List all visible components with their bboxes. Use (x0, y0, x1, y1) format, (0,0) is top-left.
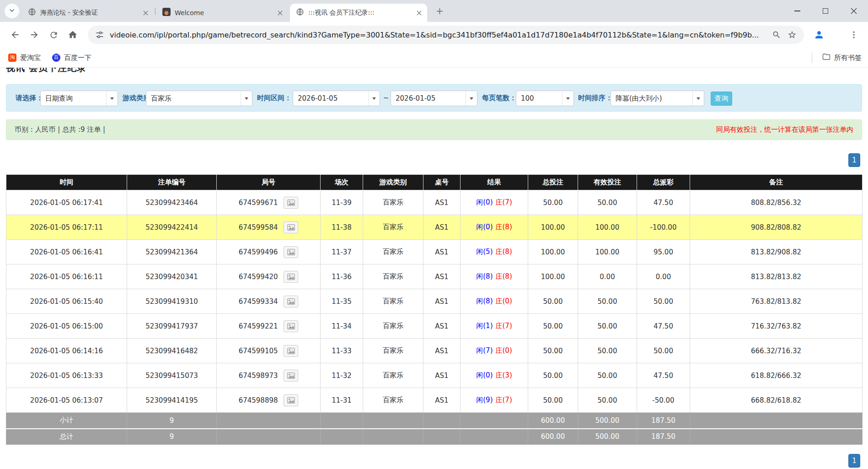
site-info-icon[interactable] (95, 30, 104, 39)
banker-result: 庄(8) (496, 223, 512, 231)
col-round: 局号 (217, 175, 321, 190)
photo-icon (287, 249, 295, 255)
remark-cell: 618.82/666.32 (690, 363, 863, 388)
record-preview-button[interactable] (284, 320, 298, 332)
currency-summary: 币别 : 人民币 | 总共 :9 注单 | (15, 125, 105, 134)
bookmark-label: 爱淘宝 (20, 54, 41, 62)
date-range-tilde: ~ (382, 94, 390, 102)
remark-cell: 666.32/716.32 (690, 339, 863, 363)
time-cell: 2026-01-05 06:13:07 (6, 388, 127, 413)
banker-result: 庄(0) (496, 297, 512, 305)
table-row: 2026-01-05 06:17:41 523099423464 6745996… (6, 190, 863, 215)
table-row: 2026-01-05 06:17:11 523099422414 6745995… (6, 215, 863, 240)
total-bet-cell[interactable]: 100.00 (528, 215, 578, 240)
browser-tab-1[interactable]: 海燕论坛 - 安全验证 (22, 4, 154, 22)
chevron-down-icon (9, 7, 15, 16)
bet-id-cell: 523099423464 (127, 190, 217, 215)
record-preview-button[interactable] (284, 345, 298, 357)
caret-down-icon (368, 91, 380, 106)
total-bet-cell[interactable]: 100.00 (528, 240, 578, 264)
close-window-button[interactable] (840, 0, 868, 22)
search-button[interactable]: 查询 (711, 92, 732, 106)
browser-tab-2[interactable]: Welcome (156, 4, 288, 22)
bet-id-cell: 523099417937 (127, 314, 217, 339)
bookmark-item-taobao[interactable]: 淘 爱淘宝 (5, 51, 44, 65)
player-result: 闲(1) (476, 322, 493, 330)
record-preview-button[interactable] (284, 370, 298, 382)
back-button[interactable] (6, 26, 24, 43)
game-type-cell: 百家乐 (363, 363, 423, 388)
table-no-cell: AS1 (423, 388, 461, 413)
minimize-button[interactable] (783, 0, 811, 22)
page-size-select[interactable]: 100 (516, 91, 574, 106)
page-button-1[interactable]: 1 (848, 454, 860, 468)
pagination-top: 1 (6, 153, 862, 167)
caret-down-icon (241, 91, 252, 106)
browser-tab-active[interactable]: :::视讯 会员下注纪录::: (290, 4, 427, 22)
taobao-icon: 淘 (8, 54, 16, 62)
globe-icon (296, 8, 304, 18)
date-from-select[interactable]: 2026-01-05 (293, 91, 380, 106)
game-type-cell: 百家乐 (363, 215, 423, 240)
payout-cell: 0.00 (637, 264, 690, 289)
subtotal-count: 9 (127, 413, 217, 429)
sort-order-select[interactable]: 降冪(由大到小) (611, 91, 704, 106)
tab-search-button[interactable] (5, 4, 19, 18)
total-bet-cell[interactable]: 50.00 (528, 363, 578, 388)
record-preview-button[interactable] (284, 221, 298, 233)
tab-close-icon[interactable] (275, 8, 284, 17)
bookmark-star-icon[interactable] (788, 30, 797, 39)
url-input[interactable] (110, 31, 766, 39)
site-favicon (162, 8, 171, 18)
total-bet-cell[interactable]: 50.00 (528, 388, 578, 413)
record-preview-button[interactable] (284, 197, 298, 209)
tab-title: Welcome (175, 9, 271, 16)
record-preview-button[interactable] (284, 246, 298, 258)
record-preview-button[interactable] (284, 271, 298, 283)
all-bookmarks-button[interactable]: 所有书签 (822, 51, 862, 65)
table-row: 2026-01-05 06:16:11 523099420341 6745994… (6, 264, 863, 289)
total-bet-cell[interactable]: 100.00 (528, 264, 578, 289)
refresh-button[interactable] (45, 26, 62, 43)
new-tab-button[interactable] (434, 5, 446, 17)
round-id: 674599334 (239, 297, 278, 306)
bookmark-item-baidu[interactable]: 百 百度一下 (48, 51, 95, 65)
total-bet-cell[interactable]: 50.00 (528, 289, 578, 314)
empty-cell (363, 413, 423, 429)
tab-close-icon[interactable] (414, 8, 423, 17)
query-type-select[interactable]: 日期查询 (40, 91, 118, 106)
date-to-select[interactable]: 2026-01-05 (391, 91, 477, 106)
col-game-type: 游戏类别 (363, 175, 423, 190)
maximize-button[interactable] (811, 0, 840, 22)
empty-cell (690, 413, 863, 429)
total-bet-cell[interactable]: 50.00 (528, 190, 578, 215)
round-id: 674599105 (239, 347, 278, 355)
url-bar[interactable] (88, 26, 804, 44)
profile-icon[interactable] (810, 26, 828, 43)
home-button[interactable] (64, 26, 81, 43)
round-cell: 674599334 (217, 289, 321, 314)
game-type-select[interactable]: 百家乐 (146, 91, 252, 106)
record-preview-button[interactable] (284, 394, 298, 406)
player-result: 闲(0) (476, 371, 493, 379)
total-bet-cell[interactable]: 50.00 (528, 314, 578, 339)
time-cell: 2026-01-05 06:15:00 (6, 314, 127, 339)
col-table: 桌号 (423, 175, 461, 190)
forward-button[interactable] (26, 26, 43, 43)
valid-bet-cell: 50.00 (578, 314, 637, 339)
page-button-1[interactable]: 1 (848, 153, 860, 167)
sort-order-label: 时间排序： (578, 94, 612, 102)
round-id: 674599496 (239, 248, 278, 256)
bet-id-cell: 523099416482 (127, 339, 217, 363)
tab-title: 海燕论坛 - 安全验证 (40, 9, 137, 17)
caret-down-icon (106, 91, 118, 106)
tab-close-icon[interactable] (141, 8, 150, 17)
total-bet-cell[interactable]: 50.00 (528, 339, 578, 363)
subtotal-valid-bet: 500.00 (578, 413, 637, 429)
bookmarks-bar: 淘 爱淘宝 百 百度一下 所有书签 (0, 48, 868, 68)
menu-icon[interactable] (845, 26, 863, 43)
zoom-icon[interactable] (772, 30, 781, 39)
summary-bar: 币别 : 人民币 | 总共 :9 注单 | 同局有效投注，统一计算在该局第一张注… (6, 119, 862, 140)
record-preview-button[interactable] (284, 296, 298, 307)
valid-bet-cell: 0.00 (578, 264, 637, 289)
